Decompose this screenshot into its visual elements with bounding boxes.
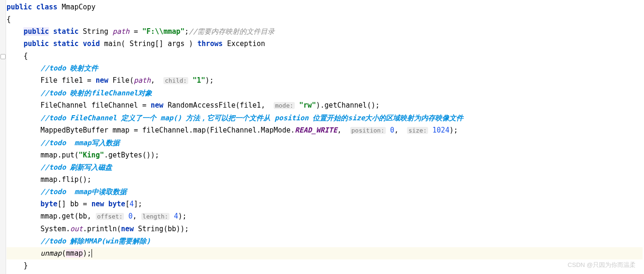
todo-comment: //todo mmap中读取数据 xyxy=(40,188,126,196)
param-hint: position: xyxy=(350,127,386,134)
keyword: throws xyxy=(197,39,222,48)
number: 1024 xyxy=(432,126,449,134)
code-line[interactable]: MappedByteBuffer mmap = fileChannel.map(… xyxy=(7,124,643,137)
keyword: public xyxy=(23,39,49,48)
string-literal: "King" xyxy=(79,151,104,159)
ctor: File xyxy=(113,76,130,85)
code-line[interactable]: FileChannel fileChannel = new RandomAcce… xyxy=(7,99,643,112)
ctor: String xyxy=(138,225,163,233)
static-field: out xyxy=(70,225,83,233)
code-line[interactable]: { xyxy=(7,13,643,25)
constant: READ_WRITE xyxy=(295,126,337,134)
number: 0 xyxy=(128,212,132,220)
code-line[interactable]: System.out.println(new String(bb)); xyxy=(7,223,643,235)
todo-comment: //todo FileChannel 定义了一个 map() 方法，它可以把一个… xyxy=(40,114,463,122)
code-line[interactable]: mmap.flip(); xyxy=(7,173,643,186)
code-line[interactable]: byte[] bb = new byte[4]; xyxy=(7,198,643,210)
method-call: put xyxy=(61,151,74,159)
code-line[interactable]: public static String path = "F:\\mmap";/… xyxy=(7,25,643,38)
code-line[interactable]: mmap.get(bb, offset: 0, length: 4); xyxy=(7,210,643,223)
text-caret-icon xyxy=(92,249,92,258)
code-line[interactable]: File file1 = new File(path, child: "1"); xyxy=(7,74,643,87)
code-line[interactable]: mmap.put("King".getBytes()); xyxy=(7,149,643,161)
ctor: RandomAccessFile xyxy=(168,101,236,110)
number: 0 xyxy=(390,126,394,134)
keyword: byte xyxy=(40,200,57,208)
field: path xyxy=(113,27,130,36)
string-literal: "1" xyxy=(192,76,205,85)
op: = xyxy=(134,27,138,36)
editor-gutter xyxy=(0,0,6,274)
comment: //需要内存映射的文件目录 xyxy=(189,27,275,36)
method-name: main xyxy=(104,39,121,48)
string-literal: "F:\\mmap" xyxy=(142,27,184,36)
param-hint: child: xyxy=(163,77,188,84)
code-editor[interactable]: public class MmapCopy { public static St… xyxy=(7,1,643,272)
gutter-mark-icon[interactable] xyxy=(0,54,6,59)
var: file1 xyxy=(61,76,83,85)
keyword: new xyxy=(92,200,104,208)
param-hint: offset: xyxy=(96,213,124,220)
keyword: new xyxy=(121,225,134,233)
semi: ; xyxy=(184,27,189,36)
keyword: new xyxy=(96,76,108,85)
type: MappedByteBuffer xyxy=(40,126,108,134)
var: fileChannel xyxy=(92,101,138,110)
keyword: public xyxy=(7,3,32,11)
keyword: byte xyxy=(108,200,125,208)
method-call: map xyxy=(193,126,206,134)
code-line[interactable]: public static void main( String[] args )… xyxy=(7,38,643,50)
type: Exception xyxy=(227,39,265,48)
code-line[interactable]: //todo 映射的fileChannel对象 xyxy=(7,87,643,99)
watermark-text: CSDN @只因为你而温柔 xyxy=(567,259,636,271)
type: FileChannel xyxy=(40,101,87,110)
keyword: class xyxy=(36,3,57,11)
number: 4 xyxy=(130,200,134,208)
class-name: MmapCopy xyxy=(61,3,95,11)
method-call: get xyxy=(61,212,74,220)
keyword: new xyxy=(151,101,163,110)
code-line[interactable]: //todo 解除MMAP(win需要解除) xyxy=(7,235,643,247)
method-call: unmap xyxy=(40,249,61,258)
brace: { xyxy=(7,15,11,23)
code-line[interactable]: unmap(mmap); xyxy=(7,247,643,259)
field-ref: path xyxy=(134,76,151,85)
code-line[interactable]: //todo mmap中读取数据 xyxy=(7,186,643,198)
todo-comment: //todo 映射的fileChannel对象 xyxy=(40,89,152,97)
param-hint: mode: xyxy=(274,102,295,109)
var: mmap xyxy=(113,126,130,134)
brace: } xyxy=(23,261,28,270)
code-line[interactable]: //todo 映射文件 xyxy=(7,62,643,74)
param-hint: size: xyxy=(407,127,428,134)
keyword: static xyxy=(53,27,78,36)
type: File xyxy=(40,76,57,85)
caret-line-highlight xyxy=(7,247,643,259)
code-line[interactable]: //todo mmap写入数据 xyxy=(7,137,643,149)
method-call: getChannel xyxy=(324,101,367,110)
brace: { xyxy=(23,52,28,60)
method-call: getBytes xyxy=(108,151,142,159)
string-literal: "rw" xyxy=(299,101,316,110)
keyword: void xyxy=(83,39,100,48)
todo-comment: //todo 刷新写入磁盘 xyxy=(40,163,112,172)
keyword: public xyxy=(23,27,49,36)
todo-comment: //todo mmap写入数据 xyxy=(40,139,119,147)
method-call: flip xyxy=(61,175,78,184)
todo-comment: //todo 解除MMAP(win需要解除) xyxy=(40,237,151,245)
var: bb xyxy=(70,200,78,208)
code-line[interactable]: //todo 刷新写入磁盘 xyxy=(7,161,643,173)
keyword: static xyxy=(53,39,78,48)
type: String xyxy=(83,27,108,36)
params: ( String[] args ) xyxy=(121,39,193,48)
param-hint: length: xyxy=(141,213,170,220)
code-line[interactable]: { xyxy=(7,50,643,62)
code-line[interactable]: //todo FileChannel 定义了一个 map() 方法，它可以把一个… xyxy=(7,112,643,124)
code-line[interactable]: } xyxy=(7,259,643,272)
todo-comment: //todo 映射文件 xyxy=(40,64,98,72)
method-call: println xyxy=(87,225,117,233)
code-line[interactable]: public class MmapCopy xyxy=(7,1,643,13)
